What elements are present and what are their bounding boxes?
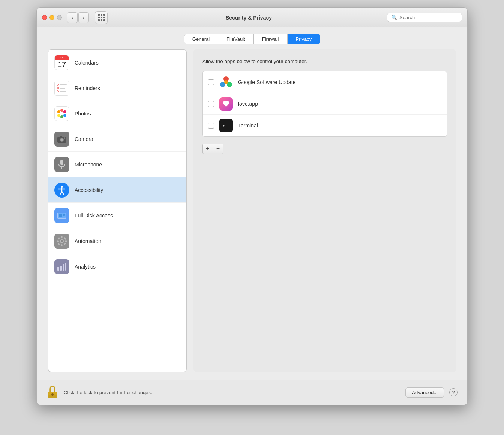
forward-button[interactable]: › bbox=[78, 12, 89, 23]
lock-svg bbox=[47, 386, 58, 399]
bottom-bar: Click the lock to prevent further change… bbox=[37, 380, 467, 405]
svg-point-15 bbox=[61, 186, 63, 188]
remove-app-button[interactable]: − bbox=[213, 144, 224, 154]
table-row: > _ Terminal bbox=[203, 115, 447, 136]
back-button[interactable]: ‹ bbox=[67, 12, 78, 23]
svg-point-4 bbox=[57, 114, 60, 117]
sidebar-item-camera[interactable]: Camera bbox=[48, 126, 186, 152]
close-button[interactable] bbox=[42, 15, 47, 20]
sidebar-item-label: Reminders bbox=[75, 85, 100, 91]
svg-rect-10 bbox=[60, 136, 62, 137]
svg-rect-34 bbox=[57, 267, 59, 271]
svg-rect-31 bbox=[64, 237, 66, 239]
heart-icon bbox=[222, 100, 230, 108]
table-row: Google Software Update bbox=[203, 71, 447, 93]
google-icon bbox=[219, 75, 233, 89]
svg-rect-32 bbox=[57, 242, 60, 244]
microphone-icon bbox=[54, 157, 69, 172]
automation-icon bbox=[54, 234, 69, 249]
sidebar-item-fulldisk[interactable]: Full Disk Access bbox=[48, 203, 186, 228]
svg-point-5 bbox=[63, 110, 66, 113]
svg-rect-30 bbox=[57, 237, 60, 239]
main-window: ‹ › Security & Privacy 🔍 General FileVau… bbox=[36, 8, 468, 405]
svg-rect-33 bbox=[64, 242, 66, 244]
svg-rect-26 bbox=[62, 236, 63, 238]
sidebar-item-label: Full Disk Access bbox=[75, 213, 113, 219]
search-input[interactable] bbox=[399, 15, 458, 20]
tab-general[interactable]: General bbox=[184, 34, 218, 44]
lock-icon[interactable] bbox=[46, 385, 58, 399]
tab-filevault[interactable]: FileVault bbox=[218, 34, 254, 44]
sidebar-item-label: Calendars bbox=[75, 60, 99, 66]
google-app-icon bbox=[219, 75, 233, 89]
sidebar-item-label: Automation bbox=[75, 238, 101, 244]
app-checkbox-terminal[interactable] bbox=[208, 123, 214, 129]
sidebar-item-label: Analytics bbox=[75, 264, 96, 270]
app-checkbox-google[interactable] bbox=[208, 79, 214, 85]
svg-point-9 bbox=[61, 138, 63, 141]
svg-point-41 bbox=[224, 80, 228, 84]
sidebar-item-label: Camera bbox=[75, 136, 93, 142]
photos-svg bbox=[56, 107, 68, 120]
analytics-icon bbox=[54, 259, 69, 274]
sidebar-item-analytics[interactable]: Analytics bbox=[48, 254, 186, 279]
svg-rect-36 bbox=[63, 264, 64, 271]
sidebar-item-calendars[interactable]: JUL 17 Calendars bbox=[48, 50, 186, 75]
sidebar-item-accessibility[interactable]: Accessibility bbox=[48, 177, 186, 203]
app-name-terminal: Terminal bbox=[238, 123, 258, 129]
help-button[interactable]: ? bbox=[449, 388, 458, 396]
tab-firewall[interactable]: Firewall bbox=[254, 34, 288, 44]
advanced-button[interactable]: Advanced... bbox=[405, 387, 444, 398]
accessibility-svg bbox=[57, 185, 67, 195]
svg-point-3 bbox=[57, 110, 60, 113]
search-box[interactable]: 🔍 bbox=[387, 13, 462, 22]
svg-rect-23 bbox=[63, 214, 65, 216]
traffic-lights bbox=[42, 15, 62, 20]
sidebar-item-photos[interactable]: Photos bbox=[48, 101, 186, 126]
lock-text: Click the lock to prevent further change… bbox=[64, 390, 400, 395]
svg-rect-22 bbox=[59, 214, 62, 217]
maximize-button[interactable] bbox=[57, 15, 62, 20]
svg-rect-35 bbox=[60, 266, 62, 271]
svg-line-19 bbox=[62, 192, 64, 195]
add-app-button[interactable]: + bbox=[202, 144, 213, 154]
calendar-day: 17 bbox=[55, 60, 69, 69]
nav-buttons: ‹ › bbox=[67, 12, 89, 23]
terminal-icon-wrap: > _ bbox=[219, 119, 233, 132]
love-app-icon bbox=[219, 97, 233, 111]
reminders-icon bbox=[54, 81, 69, 96]
sidebar-item-label: Accessibility bbox=[75, 187, 103, 193]
svg-rect-12 bbox=[60, 160, 63, 165]
main-panel: Allow the apps below to control your com… bbox=[194, 50, 456, 372]
tabs-bar: General FileVault Firewall Privacy bbox=[37, 27, 467, 50]
camera-icon bbox=[54, 132, 69, 147]
analytics-svg bbox=[57, 262, 67, 272]
microphone-svg bbox=[58, 159, 66, 170]
svg-rect-29 bbox=[65, 240, 67, 242]
terminal-app-icon: > _ bbox=[219, 119, 233, 132]
sidebar-item-reminders[interactable]: Reminders bbox=[48, 75, 186, 101]
app-name-loveapp: love.app bbox=[238, 101, 258, 107]
svg-rect-27 bbox=[62, 244, 63, 246]
photos-icon bbox=[54, 106, 69, 121]
sidebar-item-microphone[interactable]: Microphone bbox=[48, 152, 186, 177]
search-icon: 🔍 bbox=[391, 15, 397, 20]
automation-svg bbox=[56, 236, 68, 247]
terminal-prompt: > _ bbox=[223, 124, 230, 128]
tab-privacy[interactable]: Privacy bbox=[288, 34, 321, 44]
minimize-button[interactable] bbox=[50, 15, 54, 20]
svg-point-25 bbox=[61, 240, 63, 242]
panel-description: Allow the apps below to control your com… bbox=[202, 58, 447, 64]
app-checkbox-loveapp[interactable] bbox=[208, 101, 214, 107]
sidebar-item-label: Photos bbox=[75, 111, 91, 117]
svg-point-2 bbox=[60, 116, 63, 118]
camera-svg bbox=[57, 135, 67, 143]
sidebar: JUL 17 Calendars Reminders bbox=[48, 50, 187, 372]
forward-icon: › bbox=[83, 15, 84, 20]
apps-list: Google Software Update love.app bbox=[202, 71, 447, 137]
sidebar-item-automation[interactable]: Automation bbox=[48, 228, 186, 254]
svg-rect-37 bbox=[65, 262, 66, 271]
accessibility-icon bbox=[54, 183, 69, 198]
grid-button[interactable] bbox=[95, 11, 108, 24]
app-name-google: Google Software Update bbox=[238, 79, 296, 85]
